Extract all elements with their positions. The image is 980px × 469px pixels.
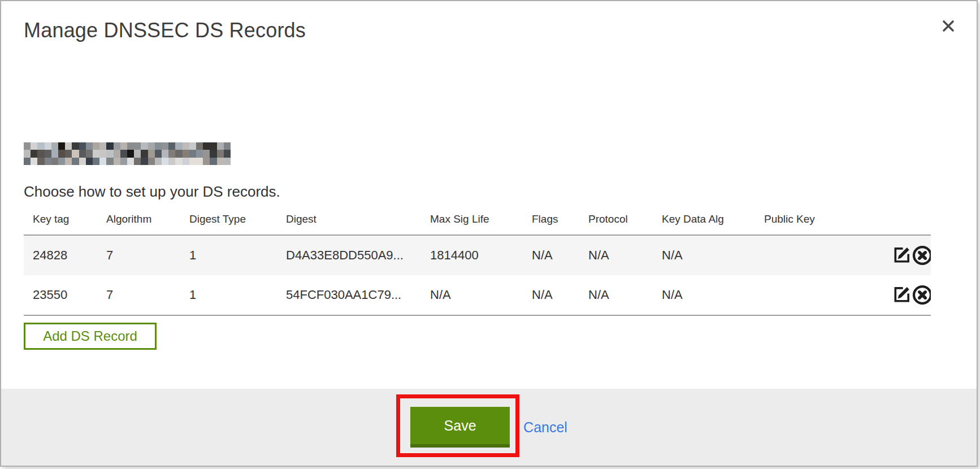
edit-icon: [892, 284, 912, 303]
col-digest-type: Digest Type: [180, 203, 277, 235]
cell-digest-type: 1: [180, 235, 277, 275]
table-header-row: Key tag Algorithm Digest Type Digest Max…: [24, 203, 931, 235]
cell-actions: [881, 275, 931, 315]
col-flags: Flags: [523, 203, 579, 235]
cell-public-key: [755, 235, 881, 275]
cell-max-sig-life: N/A: [421, 275, 523, 315]
col-public-key: Public Key: [755, 203, 881, 235]
cell-max-sig-life: 1814400: [421, 235, 523, 275]
col-key-tag: Key tag: [24, 203, 97, 235]
cell-digest-type: 1: [180, 275, 277, 315]
page-title: Manage DNSSEC DS Records: [24, 19, 954, 42]
col-actions: [881, 203, 931, 235]
cancel-link[interactable]: Cancel: [523, 419, 567, 436]
add-ds-record-button[interactable]: Add DS Record: [24, 323, 157, 350]
table-row: 24828 7 1 D4A33E8DD550A9... 1814400 N/A …: [24, 235, 931, 275]
redacted-domain-name: [24, 142, 231, 165]
cell-digest: 54FCF030AA1C79...: [277, 275, 421, 315]
col-digest: Digest: [277, 203, 421, 235]
instruction-text: Choose how to set up your DS records.: [24, 183, 954, 200]
cell-algorithm: 7: [97, 275, 180, 315]
edit-icon: [892, 245, 912, 264]
cell-key-data-alg: N/A: [653, 275, 755, 315]
cell-flags: N/A: [523, 235, 579, 275]
delete-record-button[interactable]: [912, 244, 931, 267]
delete-record-button[interactable]: [912, 283, 931, 307]
cell-key-data-alg: N/A: [653, 235, 755, 275]
cell-protocol: N/A: [579, 275, 653, 315]
cell-flags: N/A: [523, 275, 579, 315]
delete-icon: [912, 245, 931, 266]
save-button[interactable]: Save: [410, 407, 510, 448]
cell-key-tag: 23550: [24, 275, 97, 315]
cell-actions: [881, 235, 931, 275]
cell-key-tag: 24828: [24, 235, 97, 275]
cell-public-key: [755, 275, 881, 315]
cell-algorithm: 7: [97, 235, 180, 275]
ds-records-table: Key tag Algorithm Digest Type Digest Max…: [24, 203, 931, 316]
manage-dnssec-modal: Manage DNSSEC DS Records Choose how to s…: [0, 0, 978, 467]
close-icon[interactable]: [939, 17, 957, 35]
edit-record-button[interactable]: [890, 244, 912, 267]
cell-protocol: N/A: [579, 235, 653, 275]
modal-footer: Save Cancel: [1, 389, 977, 466]
col-protocol: Protocol: [579, 203, 653, 235]
cell-digest: D4A33E8DD550A9...: [277, 235, 421, 275]
x-mark-icon: [941, 19, 956, 33]
delete-icon: [912, 284, 931, 306]
col-max-sig-life: Max Sig Life: [421, 203, 523, 235]
table-row: 23550 7 1 54FCF030AA1C79... N/A N/A N/A …: [24, 275, 931, 315]
col-key-data-alg: Key Data Alg: [653, 203, 755, 235]
col-algorithm: Algorithm: [97, 203, 180, 235]
edit-record-button[interactable]: [890, 283, 912, 307]
